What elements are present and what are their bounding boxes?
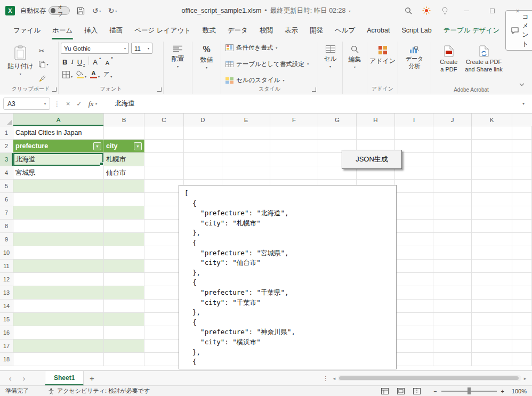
cell-J11[interactable] bbox=[433, 260, 472, 273]
column-header-H[interactable]: H bbox=[357, 114, 395, 126]
number-format-button[interactable]: % 数値 ▾ bbox=[198, 43, 215, 85]
row-header-1[interactable]: 1 bbox=[0, 126, 13, 140]
cell-J5[interactable] bbox=[433, 180, 472, 193]
column-header-K[interactable]: K bbox=[472, 114, 512, 126]
minimize-button[interactable] bbox=[457, 4, 475, 18]
phonetic-button[interactable]: ア▾ bbox=[103, 68, 112, 78]
zoom-out-icon[interactable]: − bbox=[433, 388, 437, 394]
row-header-15[interactable]: 15 bbox=[0, 313, 13, 326]
column-header-B[interactable]: B bbox=[104, 114, 144, 126]
zoom-slider[interactable] bbox=[441, 387, 497, 394]
row-header-14[interactable]: 14 bbox=[0, 300, 13, 313]
cell-C8[interactable] bbox=[144, 220, 184, 233]
cell-J1[interactable] bbox=[433, 126, 472, 140]
cell-J16[interactable] bbox=[433, 326, 472, 340]
cell-C3[interactable] bbox=[144, 153, 184, 166]
cell-G1[interactable] bbox=[318, 126, 357, 140]
cell-A17[interactable] bbox=[13, 340, 104, 353]
cell-I11[interactable] bbox=[395, 260, 433, 273]
cell-styles-button[interactable]: セルのスタイル ▾ bbox=[225, 76, 315, 84]
close-button[interactable]: × bbox=[509, 4, 527, 18]
colorful-app-icon[interactable] bbox=[421, 4, 432, 17]
cell-I5[interactable] bbox=[395, 180, 433, 193]
cell-I9[interactable] bbox=[395, 233, 433, 246]
cell-C15[interactable] bbox=[144, 313, 184, 326]
normal-view-icon[interactable] bbox=[381, 388, 389, 394]
row-header-3[interactable]: 3 bbox=[0, 153, 13, 166]
cell-K13[interactable] bbox=[472, 286, 512, 300]
cell-K8[interactable] bbox=[472, 220, 512, 233]
cell-F2[interactable] bbox=[270, 140, 318, 153]
cell-J8[interactable] bbox=[433, 220, 472, 233]
cell-I12[interactable] bbox=[395, 273, 433, 286]
cell-A8[interactable] bbox=[13, 220, 104, 233]
ribbon-tab[interactable]: テーブル デザイン bbox=[438, 21, 506, 39]
sheet-nav-prev-icon[interactable]: ‹ bbox=[3, 371, 17, 385]
cell-B3[interactable]: 札幌市 bbox=[104, 153, 144, 166]
format-as-table-button[interactable]: テーブルとして書式設定 ▾ bbox=[225, 60, 315, 68]
zoom-slider-thumb[interactable] bbox=[467, 387, 471, 394]
cell-K5[interactable] bbox=[472, 180, 512, 193]
row-header-6[interactable]: 6 bbox=[0, 193, 13, 206]
cell-B11[interactable] bbox=[104, 260, 144, 273]
cell-C9[interactable] bbox=[144, 233, 184, 246]
ribbon-tab[interactable]: データ bbox=[222, 21, 254, 39]
cell-C12[interactable] bbox=[144, 273, 184, 286]
ribbon-tab[interactable]: ページ レイアウト bbox=[128, 21, 197, 39]
create-pdf-button[interactable]: Createa PDF bbox=[438, 43, 460, 85]
cell-E2[interactable] bbox=[222, 140, 270, 153]
cell-K7[interactable] bbox=[472, 206, 512, 220]
cell-E3[interactable] bbox=[222, 153, 270, 166]
cell-A1[interactable]: Capital Cities in Japan bbox=[13, 126, 104, 140]
cell-A6[interactable] bbox=[13, 193, 104, 206]
ribbon-tab[interactable]: 挿入 bbox=[78, 21, 103, 39]
cell-I1[interactable] bbox=[395, 126, 433, 140]
cell-F3[interactable] bbox=[270, 153, 318, 166]
row-header-8[interactable]: 8 bbox=[0, 220, 13, 233]
filter-dropdown-icon[interactable]: ▼ bbox=[93, 142, 101, 150]
copy-button[interactable]: ▾ bbox=[39, 60, 49, 69]
cell-B2[interactable]: city▼ bbox=[104, 140, 144, 153]
cell-I16[interactable] bbox=[395, 326, 433, 340]
cell-K10[interactable] bbox=[472, 246, 512, 260]
enter-icon[interactable]: ✓ bbox=[74, 100, 84, 108]
cell-J15[interactable] bbox=[433, 313, 472, 326]
row-header-10[interactable]: 10 bbox=[0, 246, 13, 260]
cell-K4[interactable] bbox=[472, 166, 512, 180]
autosave-toggle[interactable]: 自動保存 オフ bbox=[20, 6, 70, 15]
select-all-corner[interactable] bbox=[0, 114, 13, 126]
cell-K2[interactable] bbox=[472, 140, 512, 153]
cell-A5[interactable] bbox=[13, 180, 104, 193]
row-header-16[interactable]: 16 bbox=[0, 326, 13, 340]
column-header-I[interactable]: I bbox=[395, 114, 433, 126]
cut-button[interactable]: ✂ bbox=[39, 46, 49, 55]
cell-J4[interactable] bbox=[433, 166, 472, 180]
cell-D2[interactable] bbox=[184, 140, 222, 153]
cell-B5[interactable] bbox=[104, 180, 144, 193]
cell-A15[interactable] bbox=[13, 313, 104, 326]
cell-B8[interactable] bbox=[104, 220, 144, 233]
page-layout-view-icon[interactable] bbox=[397, 388, 405, 394]
cell-B6[interactable] bbox=[104, 193, 144, 206]
cell-C1[interactable] bbox=[144, 126, 184, 140]
cell-F4[interactable] bbox=[270, 166, 318, 180]
cell-J14[interactable] bbox=[433, 300, 472, 313]
column-header-E[interactable]: E bbox=[222, 114, 270, 126]
cell-J18[interactable] bbox=[433, 353, 472, 366]
cell-K18[interactable] bbox=[472, 353, 512, 366]
cell-B15[interactable] bbox=[104, 313, 144, 326]
cell-J2[interactable] bbox=[433, 140, 472, 153]
cell-A7[interactable] bbox=[13, 206, 104, 220]
cell-E1[interactable] bbox=[222, 126, 270, 140]
cell-C14[interactable] bbox=[144, 300, 184, 313]
cell-I17[interactable] bbox=[395, 340, 433, 353]
cell-J9[interactable] bbox=[433, 233, 472, 246]
ribbon-tab[interactable]: Acrobat bbox=[361, 21, 396, 39]
addins-button[interactable]: アドイン bbox=[367, 43, 398, 85]
cell-I6[interactable] bbox=[395, 193, 433, 206]
cell-K11[interactable] bbox=[472, 260, 512, 273]
cell-C18[interactable] bbox=[144, 353, 184, 366]
add-sheet-button[interactable]: + bbox=[84, 371, 100, 385]
cell-B1[interactable] bbox=[104, 126, 144, 140]
column-header-D[interactable]: D bbox=[184, 114, 222, 126]
